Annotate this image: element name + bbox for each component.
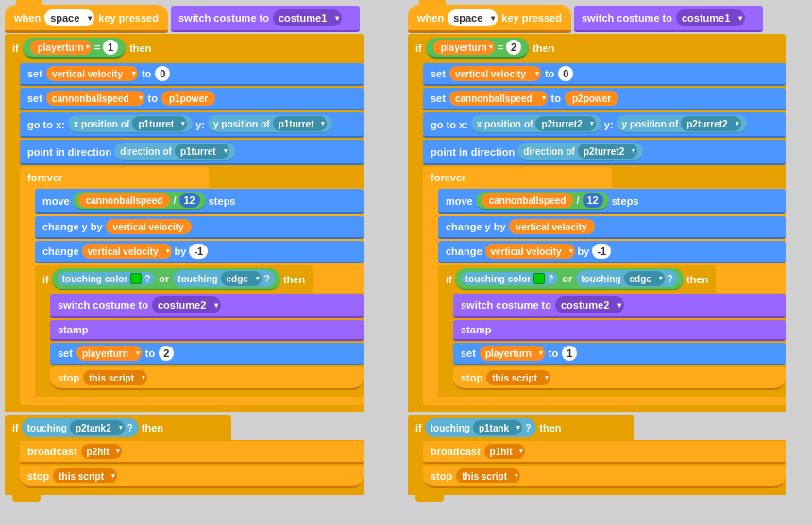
switch-costume-block-left[interactable]: switch costume to costume1 ▾ xyxy=(171,6,360,32)
if-touch-color-left[interactable]: if touching color xyxy=(35,265,364,397)
if-block-left[interactable]: if playerturn ▾ = 1 then xyxy=(5,34,364,412)
forever-block-left[interactable]: forever move xyxy=(20,167,364,405)
space-dropdown-right[interactable]: space ▾ xyxy=(448,9,498,26)
if-block-right[interactable]: if playerturn▾ = 2 then set xyxy=(408,34,786,412)
hat-block-left[interactable]: when space ▾ key pressed xyxy=(5,5,168,33)
hat-block-right[interactable]: when space ▾ key pressed xyxy=(408,5,571,33)
space-dropdown[interactable]: space ▾ xyxy=(44,9,94,26)
key-pressed-label-right: key pressed xyxy=(501,12,562,24)
forever-block-right[interactable]: forever move xyxy=(423,167,786,405)
if-touch-p2tank-left[interactable]: if touching p2tank2▾ ? then broadcast p2… xyxy=(5,415,364,495)
when-label-right: when xyxy=(417,12,444,24)
when-label: when xyxy=(14,12,41,24)
if-touch-p1tank-right[interactable]: if touching p1tank▾ ? then broadcast p1h… xyxy=(408,415,786,495)
key-pressed-label: key pressed xyxy=(98,12,159,24)
if-touch-color-right[interactable]: if touching color ? xyxy=(438,265,786,397)
left-script: when space ▾ key pressed switch costume … xyxy=(5,5,364,502)
right-script: when space ▾ key pressed switch costume … xyxy=(408,5,786,502)
